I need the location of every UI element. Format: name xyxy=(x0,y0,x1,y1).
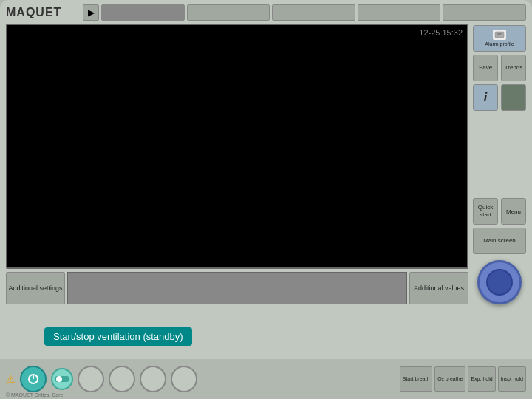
device-frame: MAQUET ▶ 12-25 15:32 Additional settings… xyxy=(0,0,532,399)
quick-start-row: Quick start Menu xyxy=(473,198,526,225)
round-btn-3[interactable] xyxy=(140,366,166,392)
info-row: i xyxy=(473,84,526,111)
menu-button[interactable]: Menu xyxy=(501,198,526,225)
nav-tab-2[interactable] xyxy=(187,4,270,21)
start-breath-button[interactable]: Start breath xyxy=(400,366,433,392)
alarm-icon xyxy=(493,30,506,40)
round-btn-1[interactable] xyxy=(78,366,104,392)
spacer xyxy=(473,114,526,195)
alarm-profile-label: Alarm profile xyxy=(485,41,514,47)
alarm-profile-button[interactable]: Alarm profile xyxy=(473,25,526,52)
knob-inner xyxy=(486,269,513,296)
control-knob[interactable] xyxy=(477,260,522,304)
svg-point-6 xyxy=(56,376,62,382)
bottom-actions: Start breath O₂ breathe Exp. hold Insp. … xyxy=(400,366,526,392)
bottom-buttons-row: Additional settings Additional values xyxy=(6,272,468,304)
toggle-icon xyxy=(55,375,69,383)
info-button[interactable]: i xyxy=(473,84,498,111)
power-icon xyxy=(27,373,39,385)
nav-tab-1[interactable] xyxy=(101,4,185,21)
main-screen-button[interactable]: Main screen xyxy=(473,228,526,254)
additional-settings-button[interactable]: Additional settings xyxy=(6,272,65,304)
o2-breathe-button[interactable]: O₂ breathe xyxy=(434,366,466,392)
bottom-bar: ⚠ Start breath O₂ breathe Exp. hold Insp… xyxy=(0,359,532,399)
warning-indicator: ⚠ xyxy=(6,372,16,386)
nav-tabs: ▶ xyxy=(83,4,526,21)
round-btn-4[interactable] xyxy=(171,366,197,392)
status-tooltip: Start/stop ventilation (standby) xyxy=(44,327,192,346)
copyright-text: © MAQUET Critical Care xyxy=(6,392,63,398)
toggle-button[interactable] xyxy=(51,368,73,390)
nav-tab-4[interactable] xyxy=(358,4,441,21)
warning-icon: ⚠ xyxy=(6,373,16,385)
additional-values-button[interactable]: Additional values xyxy=(409,272,468,304)
nav-tab-3[interactable] xyxy=(272,4,355,21)
quick-start-button[interactable]: Quick start xyxy=(473,198,498,225)
top-bar: MAQUET ▶ xyxy=(0,0,532,24)
insp-hold-button[interactable]: Insp. hold xyxy=(498,366,526,392)
round-btn-2[interactable] xyxy=(109,366,135,392)
dark-button[interactable] xyxy=(501,84,526,111)
save-trends-row: Save Trends xyxy=(473,55,526,81)
exp-hold-button[interactable]: Exp. hold xyxy=(468,366,495,392)
screen-area: 12-25 15:32 xyxy=(6,24,468,269)
right-panel: Alarm profile Save Trends i Quick start … xyxy=(473,24,526,304)
power-button[interactable] xyxy=(20,366,47,392)
main-area: 12-25 15:32 Additional settings Addition… xyxy=(0,24,532,304)
save-button[interactable]: Save xyxy=(473,55,498,81)
display-section: 12-25 15:32 Additional settings Addition… xyxy=(6,24,468,304)
trends-button[interactable]: Trends xyxy=(501,55,526,81)
nav-tab-5[interactable] xyxy=(443,4,526,21)
logo-area: MAQUET xyxy=(6,6,80,19)
main-screen-row: Main screen xyxy=(473,228,526,254)
timestamp: 12-25 15:32 xyxy=(419,28,463,37)
middle-bar xyxy=(67,272,407,304)
person-icon[interactable]: ▶ xyxy=(83,4,99,21)
brand-logo: MAQUET xyxy=(6,6,61,19)
knob-area xyxy=(473,260,526,304)
